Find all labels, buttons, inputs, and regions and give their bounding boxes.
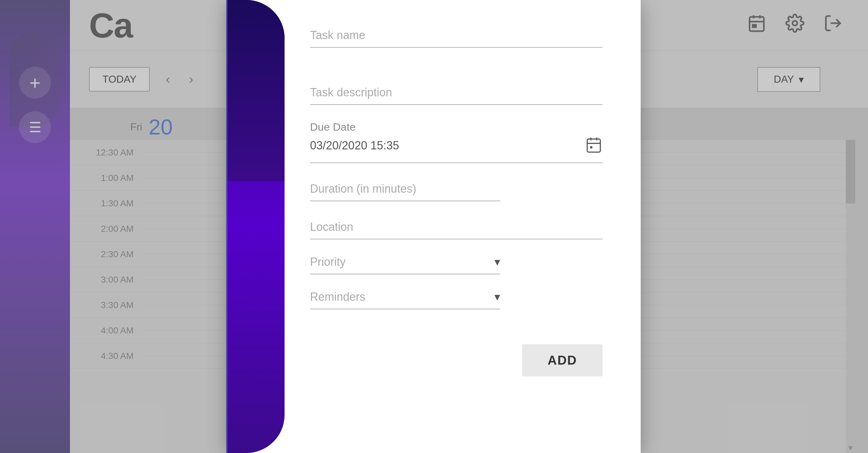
duration-input[interactable]	[310, 179, 500, 201]
reminders-dropdown-wrapper: Reminders ▾	[310, 290, 500, 309]
add-task-button[interactable]: ADD	[522, 344, 602, 377]
date-picker-icon[interactable]	[585, 136, 602, 157]
priority-field[interactable]: Priority ▾	[310, 255, 602, 274]
due-date-field[interactable]: Due Date	[310, 121, 602, 163]
add-task-modal: Due Date	[227, 0, 641, 453]
priority-dropdown-wrapper: Priority ▾	[310, 255, 500, 274]
due-date-wrapper	[310, 136, 602, 163]
reminders-field[interactable]: Reminders ▾	[310, 290, 602, 309]
reminders-label: Reminders	[310, 290, 494, 303]
task-description-input[interactable]	[310, 83, 602, 105]
modal-form: Due Date	[285, 0, 641, 453]
svg-rect-11	[590, 146, 592, 149]
modal-decoration	[227, 0, 285, 453]
task-description-field[interactable]	[310, 83, 602, 105]
reminders-dropdown-arrow-icon[interactable]: ▾	[494, 290, 500, 303]
task-name-input[interactable]	[310, 26, 602, 48]
add-button-wrapper: ADD	[310, 344, 602, 377]
location-field[interactable]	[310, 217, 602, 239]
due-date-label: Due Date	[310, 121, 602, 133]
duration-field[interactable]	[310, 179, 602, 201]
due-date-input[interactable]	[310, 136, 585, 157]
task-name-field[interactable]	[310, 26, 602, 67]
priority-label: Priority	[310, 255, 494, 269]
svg-rect-7	[587, 139, 600, 152]
priority-dropdown-arrow-icon[interactable]: ▾	[494, 255, 500, 269]
location-input[interactable]	[310, 217, 602, 239]
